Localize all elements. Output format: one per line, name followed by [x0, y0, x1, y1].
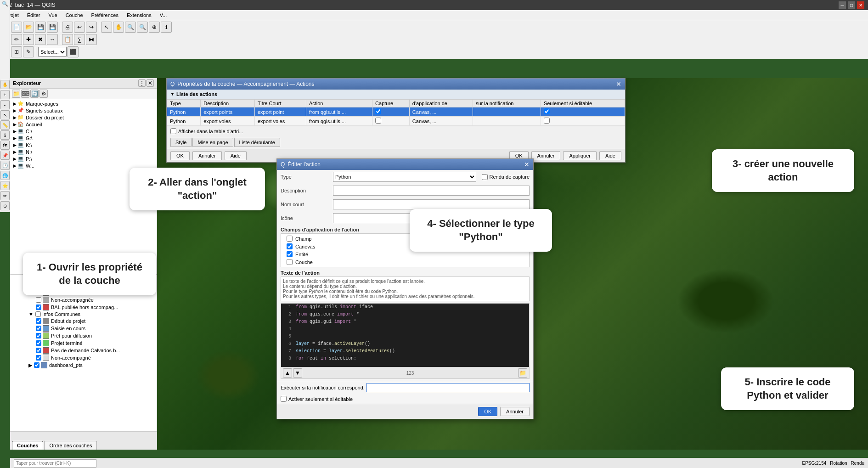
- tree-item-dossier[interactable]: ▶ 📁 Dossier du projet: [10, 114, 157, 121]
- explorer-close-button[interactable]: ✕: [147, 79, 154, 87]
- window-controls[interactable]: ─ □ ✕: [839, 1, 864, 9]
- layer-pas-demande[interactable]: Pas de demande Calvados b...: [10, 347, 157, 354]
- layer-checkbox-nonacc[interactable]: [36, 297, 41, 303]
- tab-ordre[interactable]: Ordre des couches: [44, 441, 97, 450]
- layer-pret[interactable]: Prêt pour diffusion: [10, 332, 157, 339]
- show-attr-table-cb[interactable]: [170, 128, 176, 134]
- champ-couche-cb[interactable]: [287, 259, 293, 265]
- explorer-new-folder[interactable]: 📁: [12, 90, 20, 98]
- zoom-out-button[interactable]: 🔍: [137, 22, 148, 33]
- explorer-menu-button[interactable]: ⋮: [138, 79, 146, 87]
- tree-item-c[interactable]: ▶ 💻 C:\: [10, 128, 157, 135]
- save-as-button[interactable]: 💾: [47, 22, 58, 33]
- props-annuler2-btn[interactable]: Annuler: [531, 151, 561, 160]
- layers-content[interactable]: ▶ 🗺 Suivi du projet adresso... ▼ Accompa…: [10, 275, 157, 450]
- props-aide2-btn[interactable]: Aide: [599, 151, 621, 160]
- edit-ok-button[interactable]: OK: [478, 407, 497, 416]
- layer-checkbox-pret[interactable]: [36, 333, 41, 338]
- code-down-button[interactable]: ▼: [293, 368, 302, 378]
- menu-preferences[interactable]: Préférences: [88, 11, 122, 19]
- menu-more[interactable]: V...: [156, 11, 171, 19]
- maximize-button[interactable]: □: [848, 1, 855, 9]
- code-up-button[interactable]: ▲: [283, 368, 292, 378]
- save-button[interactable]: 💾: [35, 22, 46, 33]
- tab-style[interactable]: Style: [170, 138, 192, 147]
- clock-button[interactable]: 🕐: [0, 161, 10, 170]
- table-row-1[interactable]: Python export points export point from q…: [167, 107, 625, 117]
- layer-saisie[interactable]: Saisie en cours: [10, 325, 157, 332]
- notif-input[interactable]: [366, 383, 530, 392]
- edit-annuler-button[interactable]: Annuler: [500, 407, 530, 416]
- props-ok-btn[interactable]: OK: [170, 151, 190, 160]
- activate-cb[interactable]: [281, 396, 287, 402]
- redo-button[interactable]: ↪: [86, 22, 97, 33]
- layer-checkbox-nonaccomp[interactable]: [36, 355, 41, 361]
- pan-tool-button[interactable]: ✋: [0, 80, 10, 89]
- explorer-filter[interactable]: ⌨: [21, 90, 29, 98]
- layer-infos[interactable]: ▼ Infos Communes: [10, 311, 157, 317]
- props-appliquer-btn[interactable]: Appliquer: [563, 151, 596, 160]
- move-button[interactable]: ↔: [47, 34, 58, 45]
- del-node-button[interactable]: ✖: [35, 34, 46, 45]
- edit-pencil-button[interactable]: ✏: [0, 191, 10, 200]
- row2-editable-cb[interactable]: [544, 118, 550, 124]
- print-button[interactable]: 🖨: [62, 22, 73, 33]
- identify-button[interactable]: ℹ: [161, 22, 172, 33]
- digitize-button[interactable]: ✎: [23, 46, 34, 57]
- render-capture-cb[interactable]: [482, 174, 488, 180]
- open-button[interactable]: 📂: [23, 22, 34, 33]
- layer-dashboard[interactable]: ▶ dashboard_pts: [10, 361, 157, 369]
- layer-checkbox-pasdem[interactable]: [36, 348, 41, 353]
- select-tool-button[interactable]: ↖: [0, 110, 10, 119]
- edit-button[interactable]: ✏: [11, 34, 22, 45]
- tab-liste-deroulante[interactable]: Liste déroulante: [234, 138, 280, 147]
- row2-capture-cb[interactable]: [375, 118, 381, 124]
- join-button[interactable]: ⧓: [86, 34, 97, 45]
- layer-checkbox-termine[interactable]: [36, 340, 41, 346]
- champ-entite-cb[interactable]: [287, 251, 293, 257]
- filter-button[interactable]: ⬛: [68, 46, 79, 57]
- props-close-button[interactable]: ✕: [616, 80, 621, 88]
- row1-editable-cb[interactable]: [544, 108, 550, 114]
- layer-non-accompagne[interactable]: Non-accompagné: [10, 354, 157, 361]
- zoom-in-button[interactable]: 🔍: [125, 22, 136, 33]
- layer-checkbox-infos[interactable]: [35, 311, 41, 317]
- explorer-settings[interactable]: ⚙: [39, 90, 48, 98]
- bookmark-button[interactable]: ⭐: [0, 181, 10, 190]
- zoom-extent-button[interactable]: ⊕: [149, 22, 160, 33]
- type-select[interactable]: Python: [333, 172, 476, 182]
- nom-court-input[interactable]: export point: [333, 199, 530, 209]
- field-calc-button[interactable]: ∑: [74, 34, 85, 45]
- code-folder-button[interactable]: 📁: [518, 368, 527, 378]
- layer-non-acc[interactable]: Non-accompagnée: [10, 296, 157, 304]
- wms-button[interactable]: 🌐: [0, 171, 10, 180]
- tree-item-k[interactable]: ▶ 💻 K:\: [10, 141, 157, 148]
- circle-button[interactable]: ⊙: [0, 201, 10, 210]
- tree-item-signets[interactable]: ▶ 📌 Signets spatiaux: [10, 107, 157, 114]
- attr-table-button[interactable]: 📋: [62, 34, 73, 45]
- search-input[interactable]: [14, 459, 96, 468]
- layer-checkbox-bal[interactable]: [36, 304, 41, 310]
- desc-input[interactable]: export points: [333, 186, 530, 196]
- new-file-button[interactable]: 📄: [11, 22, 22, 33]
- tree-item-g[interactable]: ▶ 💻 G:\: [10, 135, 157, 141]
- add-node-button[interactable]: ✚: [23, 34, 34, 45]
- champ-champ-cb[interactable]: [287, 236, 293, 242]
- select-button[interactable]: ↖: [101, 22, 112, 33]
- select-dropdown[interactable]: Select...: [38, 47, 67, 57]
- tree-item-marquepages[interactable]: ▶ ⭐ Marque-pages: [10, 100, 157, 107]
- pan-button[interactable]: ✋: [113, 22, 124, 33]
- layer-debut[interactable]: Début de projet: [10, 317, 157, 325]
- layer-checkbox-dash[interactable]: [34, 362, 39, 368]
- explorer-header-buttons[interactable]: ⋮ ✕: [138, 79, 154, 87]
- code-editor[interactable]: 1 from qgis.utils import iface 2 from qg…: [281, 303, 530, 367]
- menu-couche[interactable]: Couche: [62, 11, 87, 19]
- tab-mise-en-page[interactable]: Mise en page: [192, 138, 233, 147]
- table-row-2[interactable]: Python export voies export voies from qg…: [167, 117, 625, 126]
- edit-close-button[interactable]: ✕: [524, 161, 530, 168]
- layer-termine[interactable]: Projet terminé: [10, 339, 157, 347]
- zoom-in-tool-button[interactable]: +: [0, 90, 10, 99]
- menu-extensions[interactable]: Extensions: [123, 11, 155, 19]
- undo-button[interactable]: ↩: [74, 22, 85, 33]
- measure-button[interactable]: 📏: [0, 120, 10, 130]
